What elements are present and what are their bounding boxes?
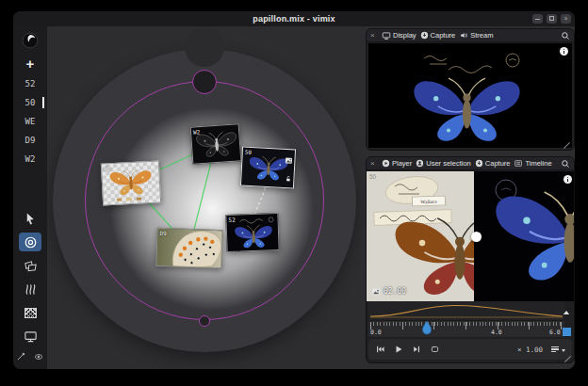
texture-tool-button[interactable] xyxy=(19,303,41,322)
ring-knob-bottom[interactable] xyxy=(199,315,210,327)
play-circle-icon xyxy=(382,159,390,168)
timecode-value: 02.00 xyxy=(384,287,406,296)
player-panel: × Player User selection Capture xyxy=(366,156,575,363)
timecode-display: 02.00 xyxy=(371,287,406,296)
image-type-icon xyxy=(371,288,381,296)
thumbnail-label: 50 xyxy=(245,149,253,155)
add-source-button[interactable]: + xyxy=(26,57,35,71)
tab-timeline[interactable]: Timeline xyxy=(514,159,551,168)
ruler-label-start: 0.0 xyxy=(370,329,382,336)
tab-label: Stream xyxy=(470,31,493,40)
ruler-label-end: 6.0 xyxy=(549,329,561,336)
player-menu-button[interactable] xyxy=(551,346,565,353)
tab-label: Player xyxy=(392,159,412,168)
monitor-icon xyxy=(382,31,391,40)
preview-left-half: Wallace xyxy=(367,171,474,301)
capture-icon xyxy=(420,31,429,40)
info-icon[interactable] xyxy=(560,47,568,56)
unlock-icon xyxy=(285,169,292,186)
source-thumbnail-we[interactable]: WE xyxy=(101,160,161,205)
source-thumbnail-w2[interactable]: W2 xyxy=(190,123,242,165)
tab-capture-output[interactable]: Capture xyxy=(420,31,456,40)
minimize-button[interactable] xyxy=(532,14,543,24)
ruler-label-mid: 4.0 xyxy=(491,329,502,336)
loop-button[interactable] xyxy=(430,341,440,358)
thumbnail-label: 52 xyxy=(228,217,235,223)
sidebar: + 52 50 WE D9 W2 xyxy=(13,26,47,369)
display-tool-button[interactable] xyxy=(19,327,41,346)
sidebar-source-w2[interactable]: W2 xyxy=(13,150,47,169)
image-type-icon xyxy=(285,151,293,168)
output-close-button[interactable]: × xyxy=(370,31,378,40)
maximize-button[interactable] xyxy=(547,14,557,24)
tool-column xyxy=(19,209,41,347)
tab-label: Capture xyxy=(485,159,511,168)
tab-label: Timeline xyxy=(525,159,551,168)
player-close-button[interactable]: × xyxy=(370,159,378,168)
preview-eye-icon[interactable] xyxy=(33,348,44,365)
tab-display[interactable]: Display xyxy=(382,31,416,40)
search-icon[interactable] xyxy=(561,159,570,169)
player-panel-header: × Player User selection Capture xyxy=(367,157,574,170)
person-circle-icon xyxy=(416,159,424,168)
window-title: papillon.mix - vimix xyxy=(253,14,335,24)
search-icon[interactable] xyxy=(561,31,570,40)
sidebar-source-52[interactable]: 52 xyxy=(13,74,47,93)
sidebar-source-d9[interactable]: D9 xyxy=(13,131,47,150)
output-preview xyxy=(368,43,572,148)
player-source-label: 50 xyxy=(369,173,376,180)
capture-icon xyxy=(475,159,483,168)
titlebar: papillon.mix - vimix × xyxy=(13,11,575,26)
info-icon[interactable] xyxy=(564,175,572,184)
playback-speed[interactable]: × 1.00 xyxy=(517,346,543,354)
play-button[interactable] xyxy=(394,341,403,358)
timeline-scrollbar[interactable] xyxy=(563,328,571,336)
split-slider-handle[interactable] xyxy=(471,232,482,242)
stream-icon xyxy=(459,31,468,40)
source-thumbnail-52[interactable]: 52 xyxy=(225,213,279,252)
transport-bar: × 1.00 xyxy=(368,339,572,360)
specimen-label: Wallace xyxy=(412,195,446,206)
source-thumbnail-50[interactable]: 50 xyxy=(240,147,296,189)
sidebar-source-we[interactable]: WE xyxy=(13,112,47,131)
tab-label: User selection xyxy=(426,159,471,168)
cursor-tool-button[interactable] xyxy=(19,209,41,228)
thumbnail-label: W2 xyxy=(193,128,201,135)
sidebar-source-50[interactable]: 50 xyxy=(13,93,47,112)
playhead-cursor[interactable] xyxy=(422,321,432,339)
source-thumbnail-d9[interactable]: D9 xyxy=(155,228,222,268)
tab-user-selection[interactable]: User selection xyxy=(416,159,471,168)
output-panel: × Display Capture Stream xyxy=(366,28,575,151)
mixing-tool-button[interactable] xyxy=(19,233,41,251)
layers-tool-button[interactable] xyxy=(19,280,41,298)
output-panel-header: × Display Capture Stream xyxy=(367,29,574,42)
tab-stream[interactable]: Stream xyxy=(459,31,493,40)
close-button[interactable]: × xyxy=(561,14,571,24)
vimix-logo-icon xyxy=(22,32,39,53)
resize-handle-icon[interactable] xyxy=(564,139,571,147)
tab-label: Display xyxy=(393,31,416,40)
ring-knob-top[interactable] xyxy=(192,70,217,94)
resize-handle-icon[interactable] xyxy=(564,353,572,361)
preview-right-half xyxy=(474,171,575,301)
expand-output-icon[interactable] xyxy=(16,348,25,365)
timeline-ruler[interactable]: 0.0 4.0 6.0 xyxy=(368,320,564,337)
timeline-list-icon xyxy=(514,159,523,168)
step-end-button[interactable] xyxy=(412,341,421,358)
curve-up-button[interactable] xyxy=(563,302,570,319)
tab-label: Capture xyxy=(431,31,456,40)
geometry-tool-button[interactable] xyxy=(19,256,41,275)
tab-player[interactable]: Player xyxy=(382,159,412,168)
tab-capture-player[interactable]: Capture xyxy=(475,159,511,168)
thumbnail-label: D9 xyxy=(159,230,166,236)
app-window: papillon.mix - vimix × + 52 50 WE D9 W2 xyxy=(13,11,575,369)
skip-start-button[interactable] xyxy=(375,341,385,358)
player-preview[interactable]: Wallace 50 02.00 xyxy=(367,171,575,301)
fade-curve-area[interactable] xyxy=(368,301,564,320)
thumbnail-label: WE xyxy=(104,165,111,171)
